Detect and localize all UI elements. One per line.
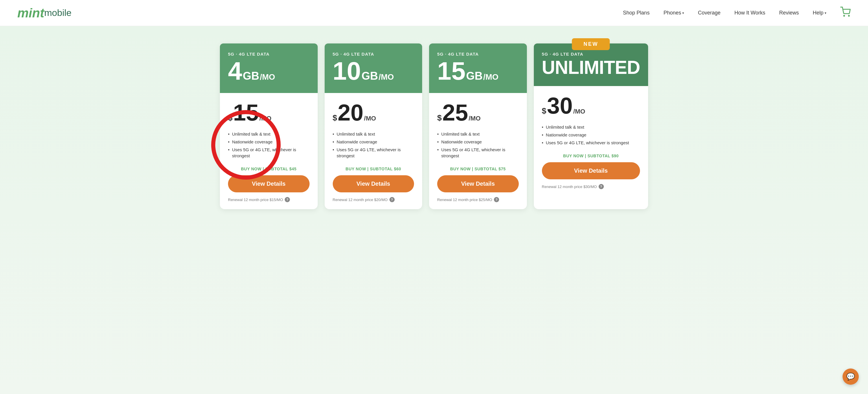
nav-item-phones[interactable]: Phones ▾ — [663, 10, 684, 16]
feature-item: Uses 5G or 4G LTE, whichever is stronges… — [228, 146, 310, 160]
renewal-text-10gb: Renewal 12 month price $20/MO ? — [333, 197, 414, 202]
view-details-button-15gb[interactable]: View Details — [437, 175, 519, 192]
nav-links: Shop Plans Phones ▾ Coverage How It Work… — [623, 10, 826, 16]
plan-header-15gb: 5G · 4G LTE DATA 15 GB /MO — [429, 44, 527, 93]
price-display-10gb: $ 20 /MO — [333, 101, 414, 124]
price-per-mo-4gb: /MO — [259, 115, 272, 122]
feature-item: Uses 5G or 4G LTE, whichever is stronges… — [542, 139, 640, 147]
gb-number-10gb: 10 — [333, 58, 361, 84]
data-amount-4gb: 4 GB /MO — [228, 58, 310, 84]
reviews-link[interactable]: Reviews — [779, 10, 799, 16]
features-list-unlimited: Unlimited talk & text Nationwide coverag… — [542, 123, 640, 147]
buy-link-4gb[interactable]: BUY NOW | SUBTOTAL $45 — [228, 167, 310, 171]
unlimited-text: UNLIMITED — [542, 58, 640, 77]
logo[interactable]: mintmobile — [18, 6, 71, 20]
nav-item-shop-plans[interactable]: Shop Plans — [623, 10, 650, 16]
plan-header-4gb: 5G · 4G LTE DATA 4 GB /MO — [220, 44, 318, 93]
data-label-unlimited: 5G · 4G LTE DATA — [542, 52, 640, 56]
navbar: mintmobile Shop Plans Phones ▾ Coverage … — [0, 0, 868, 26]
gb-unit-4gb: GB — [243, 71, 259, 81]
price-display-4gb: $ 15 /MO — [228, 101, 310, 124]
nav-item-help[interactable]: Help ▾ — [813, 10, 826, 16]
view-details-button-unlimited[interactable]: View Details — [542, 162, 640, 179]
plan-card-15gb: 5G · 4G LTE DATA 15 GB /MO $ 25 /MO Unli… — [429, 44, 527, 209]
chevron-down-icon: ▾ — [825, 11, 826, 15]
price-per-mo-15gb: /MO — [469, 115, 481, 122]
feature-item: Uses 5G or 4G LTE, whichever is stronges… — [333, 146, 414, 160]
per-mo-15gb: /MO — [483, 73, 498, 81]
data-amount-15gb: 15 GB /MO — [437, 58, 519, 84]
gb-unit-15gb: GB — [466, 71, 483, 81]
new-badge: NEW — [572, 38, 610, 50]
info-icon-10gb[interactable]: ? — [390, 197, 395, 202]
per-mo-10gb: /MO — [378, 73, 394, 81]
nav-item-coverage[interactable]: Coverage — [698, 10, 720, 16]
per-mo-4gb: /MO — [260, 73, 275, 81]
features-list-10gb: Unlimited talk & text Nationwide coverag… — [333, 130, 414, 160]
shop-plans-link[interactable]: Shop Plans — [623, 10, 650, 16]
data-amount-unlimited: UNLIMITED — [542, 58, 640, 77]
feature-item: Unlimited talk & text — [437, 130, 519, 138]
price-dollar-unlimited: $ — [542, 106, 547, 116]
data-amount-10gb: 10 GB /MO — [333, 58, 414, 84]
price-display-unlimited: $ 30 /MO — [542, 94, 640, 117]
plan-card-10gb: 5G · 4G LTE DATA 10 GB /MO $ 20 /MO Unli… — [324, 44, 423, 209]
price-per-mo-10gb: /MO — [364, 115, 376, 122]
renewal-text-15gb: Renewal 12 month price $25/MO ? — [437, 197, 519, 202]
chat-bubble-button[interactable]: 💬 — [842, 368, 859, 385]
data-label-15gb: 5G · 4G LTE DATA — [437, 52, 519, 56]
svg-point-0 — [844, 16, 844, 16]
view-details-button-4gb[interactable]: View Details — [228, 175, 310, 192]
price-display-15gb: $ 25 /MO — [437, 101, 519, 124]
gb-number-4gb: 4 — [228, 58, 242, 84]
feature-item: Nationwide coverage — [333, 138, 414, 146]
renewal-text-4gb: Renewal 12 month price $15/MO ? — [228, 197, 310, 202]
feature-item: Uses 5G or 4G LTE, whichever is stronges… — [437, 146, 519, 160]
data-label-10gb: 5G · 4G LTE DATA — [333, 52, 414, 56]
main-content: 5G · 4G LTE DATA 4 GB /MO $ 15 /MO Unlim… — [0, 26, 868, 394]
gb-number-15gb: 15 — [437, 58, 466, 84]
chevron-down-icon: ▾ — [682, 11, 684, 15]
feature-item: Nationwide coverage — [437, 138, 519, 146]
coverage-link[interactable]: Coverage — [698, 10, 720, 16]
feature-item: Unlimited talk & text — [542, 123, 640, 131]
svg-point-1 — [848, 16, 849, 16]
logo-mobile-text: mobile — [44, 7, 71, 18]
price-amount-4gb: 15 — [233, 101, 259, 124]
gb-unit-10gb: GB — [361, 71, 378, 81]
plans-grid: 5G · 4G LTE DATA 4 GB /MO $ 15 /MO Unlim… — [220, 44, 648, 209]
price-amount-unlimited: 30 — [547, 94, 572, 117]
plan-header-10gb: 5G · 4G LTE DATA 10 GB /MO — [324, 44, 423, 93]
info-icon-unlimited[interactable]: ? — [599, 184, 604, 189]
feature-item: Unlimited talk & text — [333, 130, 414, 138]
price-amount-15gb: 25 — [442, 101, 468, 124]
price-amount-10gb: 20 — [338, 101, 363, 124]
cart-icon[interactable] — [840, 7, 850, 19]
price-dollar-10gb: $ — [333, 113, 337, 122]
price-dollar-15gb: $ — [437, 113, 442, 122]
plan-card-4gb: 5G · 4G LTE DATA 4 GB /MO $ 15 /MO Unlim… — [220, 44, 318, 209]
plan-body-4gb: $ 15 /MO Unlimited talk & text Nationwid… — [220, 93, 318, 209]
buy-link-15gb[interactable]: BUY NOW | SUBTOTAL $75 — [437, 167, 519, 171]
info-icon-4gb[interactable]: ? — [285, 197, 290, 202]
how-it-works-link[interactable]: How It Works — [734, 10, 765, 16]
help-link[interactable]: Help ▾ — [813, 10, 826, 16]
buy-link-10gb[interactable]: BUY NOW | SUBTOTAL $60 — [333, 167, 414, 171]
features-list-15gb: Unlimited talk & text Nationwide coverag… — [437, 130, 519, 160]
feature-item: Nationwide coverage — [542, 131, 640, 139]
phones-link[interactable]: Phones ▾ — [663, 10, 684, 16]
data-label-4gb: 5G · 4G LTE DATA — [228, 52, 310, 56]
feature-item: Unlimited talk & text — [228, 130, 310, 138]
price-dollar-4gb: $ — [228, 113, 232, 122]
nav-item-how-it-works[interactable]: How It Works — [734, 10, 765, 16]
plan-body-10gb: $ 20 /MO Unlimited talk & text Nationwid… — [324, 93, 423, 209]
nav-item-reviews[interactable]: Reviews — [779, 10, 799, 16]
buy-link-unlimited[interactable]: BUY NOW | SUBTOTAL $90 — [542, 153, 640, 158]
logo-mint-text: mint — [18, 6, 44, 20]
renewal-text-unlimited: Renewal 12 month price $30/MO ? — [542, 184, 640, 189]
chat-icon: 💬 — [846, 372, 855, 381]
view-details-button-10gb[interactable]: View Details — [333, 175, 414, 192]
features-list-4gb: Unlimited talk & text Nationwide coverag… — [228, 130, 310, 160]
plan-body-15gb: $ 25 /MO Unlimited talk & text Nationwid… — [429, 93, 527, 209]
info-icon-15gb[interactable]: ? — [494, 197, 499, 202]
